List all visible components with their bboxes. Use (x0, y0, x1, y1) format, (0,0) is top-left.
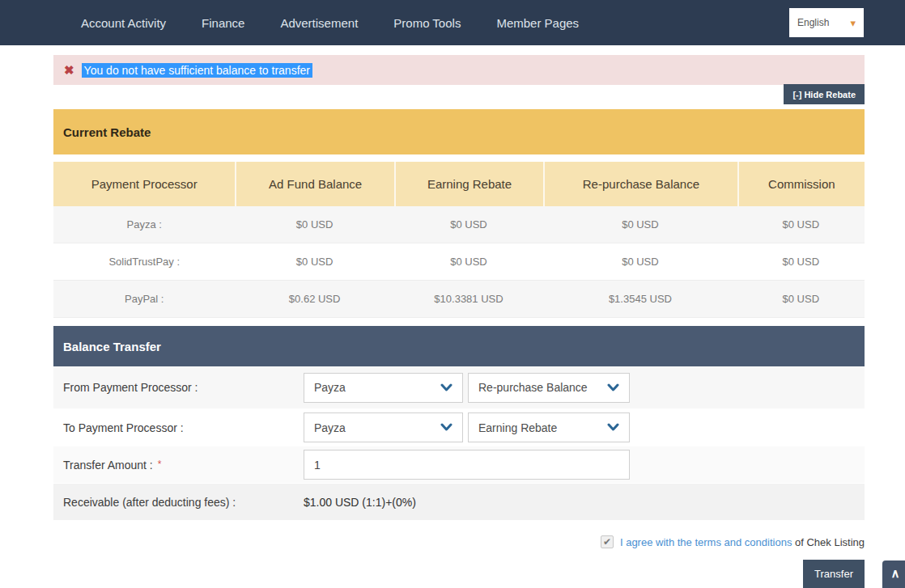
language-select[interactable]: English ▾ (789, 8, 864, 37)
transfer-amount-input[interactable] (304, 450, 630, 480)
language-value: English (797, 17, 829, 28)
col-payment-processor: Payment Processor (53, 162, 235, 206)
cell-earning: $10.3381 USD (394, 281, 543, 317)
agree-checkbox[interactable]: ✔ (601, 535, 614, 548)
col-earning-rebate: Earning Rebate (394, 162, 543, 206)
to-balance-type-value: Earning Rebate (478, 421, 557, 434)
balance-transfer-title: Balance Transfer (63, 340, 161, 353)
error-x-icon: ✖ (64, 63, 74, 78)
from-balance-type-select[interactable]: Re-purchase Balance (468, 373, 630, 403)
to-processor-row: To Payment Processor : Payza Earning Reb… (53, 409, 865, 446)
from-processor-label: From Payment Processor : (63, 381, 304, 394)
from-balance-type-value: Re-purchase Balance (478, 381, 588, 394)
to-processor-label: To Payment Processor : (63, 421, 304, 434)
col-repurchase-balance: Re-purchase Balance (543, 162, 737, 206)
nav-member-pages[interactable]: Member Pages (496, 16, 579, 30)
to-balance-type-select[interactable]: Earning Rebate (468, 412, 630, 442)
from-processor-row: From Payment Processor : Payza Re-purcha… (53, 366, 865, 409)
cell-ad-fund: $0 USD (235, 243, 393, 280)
agree-row: ✔ I agree with the terms and conditions … (53, 535, 865, 548)
chevron-up-icon: ∧ (891, 566, 900, 581)
transfer-button[interactable]: Transfer (803, 560, 865, 588)
required-asterisk: * (158, 459, 162, 470)
chevron-down-icon (607, 423, 619, 432)
nav-account-activity[interactable]: Account Activity (81, 16, 166, 30)
cell-processor: PayPal : (53, 281, 235, 317)
transfer-amount-row: Transfer Amount : * (53, 446, 865, 484)
cell-commission: $0 USD (737, 206, 865, 243)
cell-earning: $0 USD (394, 243, 543, 280)
col-commission: Commission (737, 162, 865, 206)
balance-transfer-header: Balance Transfer (53, 326, 865, 366)
cell-repurchase: $0 USD (543, 243, 737, 280)
from-processor-value: Payza (314, 381, 346, 394)
rebate-table: Payment Processor Ad Fund Balance Earnin… (53, 162, 865, 318)
receivable-label: Receivable (after deducting fees) : (63, 496, 304, 509)
terms-suffix: of Chek Listing (792, 536, 865, 548)
receivable-row: Receivable (after deducting fees) : $1.0… (53, 484, 865, 521)
cell-processor: SolidTrustPay : (53, 243, 235, 280)
current-rebate-header: Current Rebate (53, 109, 865, 154)
cell-ad-fund: $0.62 USD (235, 281, 393, 317)
table-row: PayPal : $0.62 USD $10.3381 USD $1.3545 … (53, 281, 865, 318)
nav-finance[interactable]: Finance (202, 16, 244, 30)
receivable-value: $1.00 USD (1:1)+(0%) (304, 496, 416, 509)
chevron-down-icon (440, 383, 452, 392)
to-processor-select[interactable]: Payza (304, 412, 463, 442)
col-ad-fund-balance: Ad Fund Balance (235, 162, 393, 206)
to-processor-value: Payza (314, 421, 346, 434)
error-message: You do not have sufficient balance to tr… (82, 63, 312, 78)
rebate-table-header: Payment Processor Ad Fund Balance Earnin… (53, 162, 865, 206)
cell-commission: $0 USD (737, 281, 865, 317)
current-rebate-title: Current Rebate (63, 125, 151, 139)
table-row: Payza : $0 USD $0 USD $0 USD $0 USD (53, 206, 865, 243)
error-alert: ✖ You do not have sufficient balance to … (53, 55, 865, 85)
cell-commission: $0 USD (737, 243, 865, 280)
cell-ad-fund: $0 USD (235, 206, 393, 243)
from-processor-select[interactable]: Payza (304, 373, 463, 403)
nav-advertisement[interactable]: Advertisement (280, 16, 358, 30)
cell-repurchase: $0 USD (543, 206, 737, 243)
transfer-amount-label: Transfer Amount : * (63, 459, 304, 472)
hide-rebate-button[interactable]: [-] Hide Rebate (784, 84, 865, 104)
cell-repurchase: $1.3545 USD (543, 281, 737, 317)
main-content: ✖ You do not have sufficient balance to … (53, 55, 865, 588)
scroll-to-top-button[interactable]: ∧ (882, 561, 905, 588)
cell-earning: $0 USD (394, 206, 543, 243)
terms-link[interactable]: I agree with the terms and conditions (620, 536, 792, 548)
chevron-down-icon (607, 383, 619, 392)
chevron-down-icon (440, 423, 452, 432)
chevron-down-icon: ▾ (850, 17, 856, 29)
nav-promo-tools[interactable]: Promo Tools (393, 16, 461, 30)
cell-processor: Payza : (53, 206, 235, 243)
table-row: SolidTrustPay : $0 USD $0 USD $0 USD $0 … (53, 243, 865, 281)
top-nav: Account Activity Finance Advertisement P… (0, 0, 905, 45)
